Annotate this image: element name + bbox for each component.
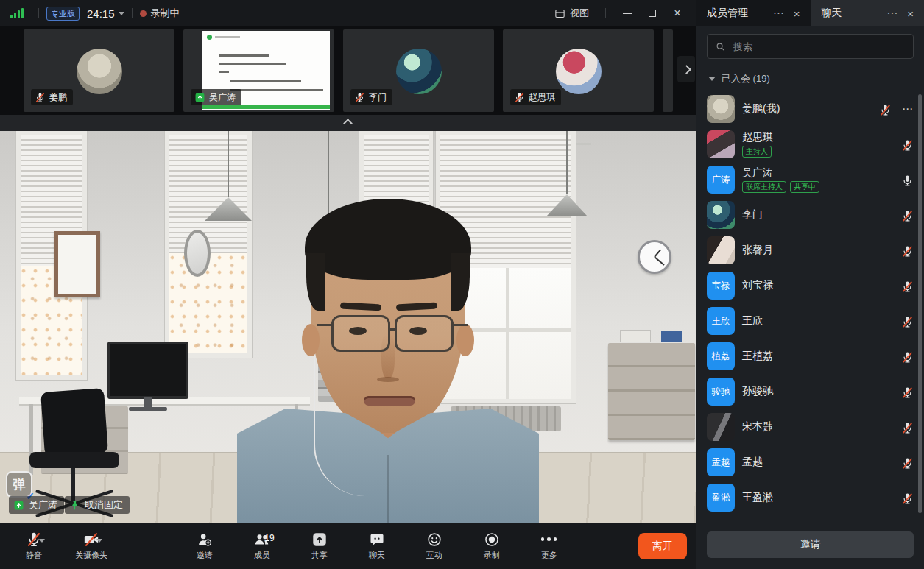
side-panel: 成员管理 ⋯ × 聊天 ⋯ × 已入会 (19) 姜鹏(我) xyxy=(696,0,924,569)
close-button[interactable]: × xyxy=(666,4,688,23)
chevron-up-icon xyxy=(343,119,353,128)
video-tile-limen[interactable]: 李门 xyxy=(343,29,494,112)
member-row[interactable]: 李门 xyxy=(696,197,924,233)
titlebar: 专业版 24:15 录制中 视图 × xyxy=(0,0,696,26)
member-name: 王盈淞 xyxy=(742,491,773,504)
panel-close-icon[interactable]: × xyxy=(907,7,914,20)
avatar: 骏驰 xyxy=(707,378,735,406)
mic-muted-icon[interactable] xyxy=(901,138,914,151)
record-button[interactable]: 录制 xyxy=(473,530,511,562)
panel-more-icon[interactable]: ⋯ xyxy=(886,7,898,20)
record-icon xyxy=(484,531,500,548)
participant-name: 吴广涛 xyxy=(209,91,236,104)
tile-name-label: 姜鹏 xyxy=(31,89,73,105)
member-row[interactable]: 宋本韪 xyxy=(696,409,924,445)
members-label: 成员 xyxy=(254,550,270,561)
mic-muted-icon[interactable] xyxy=(901,386,914,398)
chevron-down-icon[interactable] xyxy=(39,539,45,543)
member-row[interactable]: 宝禄 刘宝禄 xyxy=(696,268,924,303)
video-tile-shared-screen[interactable]: 吴广涛 xyxy=(183,29,334,112)
video-tile-zhaosiqi[interactable]: 赵思琪 xyxy=(503,29,654,112)
mute-button[interactable]: 静音 xyxy=(15,530,53,562)
avatar xyxy=(396,49,442,94)
view-label: 视图 xyxy=(570,7,589,20)
strip-next-button[interactable] xyxy=(677,56,695,82)
member-row[interactable]: 赵思琪 主持人 xyxy=(696,127,924,162)
member-list: 姜鹏(我) ⋯ 赵思琪 主持人 广涛 吴广涛 联席主持 xyxy=(696,90,924,523)
danmaku-toggle-button[interactable]: 弹 xyxy=(6,471,32,498)
mic-muted-icon[interactable] xyxy=(901,280,914,292)
panel-invite-button[interactable]: 邀请 xyxy=(707,531,914,558)
unpin-button[interactable]: 取消固定 xyxy=(65,496,130,514)
avatar xyxy=(77,49,122,94)
main-video[interactable]: 弹 吴广涛 取消固定 xyxy=(0,131,696,523)
sharing-icon xyxy=(13,500,24,511)
member-name: 王欣 xyxy=(742,314,763,328)
maximize-button[interactable] xyxy=(641,4,663,23)
member-row[interactable]: 盈淞 王盈淞 xyxy=(696,480,924,515)
leave-button[interactable]: 离开 xyxy=(638,533,687,559)
box xyxy=(620,330,651,342)
participant-name: 李门 xyxy=(369,91,387,104)
divider xyxy=(605,8,606,18)
video-tile-jiangpeng[interactable]: 姜鹏 xyxy=(24,29,174,112)
joined-count-label: 已入会 (19) xyxy=(722,72,770,85)
edition-badge: 专业版 xyxy=(46,7,80,21)
member-name: 宋本韪 xyxy=(742,420,773,434)
divider xyxy=(38,8,39,18)
search-input[interactable] xyxy=(732,40,906,53)
network-signal-icon xyxy=(10,8,24,18)
member-row[interactable]: 姜鹏(我) ⋯ xyxy=(696,91,924,127)
invite-button[interactable]: 邀请 xyxy=(186,530,224,562)
members-button[interactable]: 19 成员 xyxy=(243,530,281,562)
glasses xyxy=(331,315,390,352)
wall-clock xyxy=(638,240,671,274)
hanging-lamp xyxy=(546,131,588,216)
tab-chat[interactable]: 聊天 ⋯ × xyxy=(811,0,924,26)
member-row[interactable]: 张馨月 xyxy=(696,233,924,268)
camera-off-button[interactable]: 关摄像头 xyxy=(72,530,110,562)
mic-muted-icon[interactable] xyxy=(879,103,892,116)
member-row[interactable]: 王欣 王欣 xyxy=(696,303,924,339)
chat-button[interactable]: 聊天 xyxy=(358,530,396,562)
chevron-down-icon[interactable] xyxy=(96,539,102,543)
search-box[interactable] xyxy=(707,34,914,59)
meeting-timer[interactable]: 24:15 xyxy=(87,7,124,20)
invite-label: 邀请 xyxy=(197,550,213,561)
avatar xyxy=(707,201,735,229)
host-badge: 主持人 xyxy=(742,146,772,158)
member-row[interactable]: 骏驰 孙骏驰 xyxy=(696,374,924,409)
tab-member-management[interactable]: 成员管理 ⋯ × xyxy=(696,0,811,26)
member-row[interactable]: 植荔 王植荔 xyxy=(696,339,924,374)
mic-muted-icon[interactable] xyxy=(901,315,914,328)
mic-on-icon[interactable] xyxy=(901,174,914,186)
more-button[interactable]: 更多 xyxy=(530,530,568,562)
minimize-button[interactable] xyxy=(616,4,638,23)
mic-muted-icon[interactable] xyxy=(901,244,914,257)
mic-muted-icon[interactable] xyxy=(901,209,914,222)
wall-mirror xyxy=(184,230,211,277)
speaker-name: 吴广涛 xyxy=(29,498,57,512)
mic-muted-icon[interactable] xyxy=(901,456,914,469)
panel-close-icon[interactable]: × xyxy=(794,7,800,20)
member-row[interactable]: 广涛 吴广涛 联席主持人 共享中 xyxy=(696,162,924,197)
collapse-strip-button[interactable] xyxy=(0,115,696,131)
scrollbar[interactable] xyxy=(918,94,922,513)
view-button[interactable]: 视图 xyxy=(549,4,595,23)
mic-muted-icon[interactable] xyxy=(901,421,914,434)
doc-logo-icon xyxy=(207,35,212,40)
share-button[interactable]: 共享 xyxy=(300,530,339,562)
panel-more-icon[interactable]: ⋯ xyxy=(773,7,785,20)
picture-frame xyxy=(54,231,100,297)
doc-taskbar xyxy=(202,105,330,109)
mic-muted-icon[interactable] xyxy=(901,492,914,504)
member-row[interactable]: 孟越 孟越 xyxy=(696,445,924,480)
interact-button[interactable]: 互动 xyxy=(415,530,454,562)
speaker-person xyxy=(237,199,539,523)
avatar: 广涛 xyxy=(707,166,735,194)
avatar xyxy=(707,95,735,123)
joined-section-header[interactable]: 已入会 (19) xyxy=(696,66,924,90)
member-more-icon[interactable]: ⋯ xyxy=(902,102,914,116)
mic-muted-icon[interactable] xyxy=(901,350,914,363)
sharing-icon xyxy=(194,92,205,103)
